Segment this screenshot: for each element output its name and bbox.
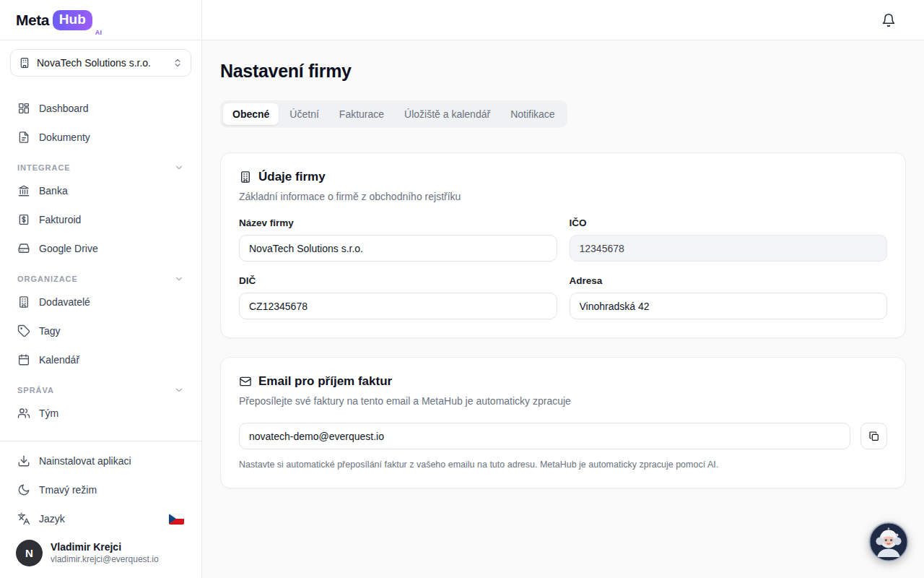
sidebar-item-label: Dashboard (39, 100, 89, 116)
bell-icon (881, 13, 896, 27)
ico-input (570, 235, 888, 262)
building-icon (19, 57, 30, 69)
calendar-icon (17, 353, 30, 366)
user-info: Vladimir Krejci vladimir.krejci@everques… (51, 541, 159, 565)
field-address: Adresa (570, 275, 888, 319)
dic-label: DIČ (239, 275, 557, 286)
moon-icon (17, 483, 30, 496)
sidebar-item-label: Tmavý režim (39, 482, 97, 498)
sidebar-item-label: Nainstalovat aplikaci (39, 453, 131, 469)
app-window: Meta Hub AI NovaTech Solutions s.r.o. Da… (0, 0, 924, 578)
user-name: Vladimir Krejci (51, 541, 159, 553)
company-selector-value: NovaTech Solutions s.r.o. (37, 57, 151, 69)
sidebar-item-label: Dodavatelé (39, 294, 90, 310)
tab-notifikace[interactable]: Notifikace (501, 103, 564, 125)
invoice-email-input[interactable] (239, 423, 850, 449)
sidebar-item-dashboard[interactable]: Dashboard (10, 94, 191, 123)
czech-flag-icon (169, 514, 184, 525)
sidebar-item-label: Kalendář (39, 352, 79, 368)
team-icon (17, 407, 30, 420)
company-form: Název firmy IČO DIČ Adresa (239, 217, 887, 319)
tab-uloziste-a-kalendar[interactable]: Úložiště a kalendář (395, 103, 500, 125)
sidebar-item-dark-mode[interactable]: Tmavý režim (10, 475, 191, 504)
sidebar-item-google-drive[interactable]: Google Drive (10, 234, 191, 263)
settings-tabs: Obecné Účetní Fakturace Úložiště a kalen… (220, 100, 567, 128)
field-dic: DIČ (239, 275, 557, 319)
tab-ucetni[interactable]: Účetní (280, 103, 328, 125)
sidebar-nav: Dashboard Dokumenty INTEGRACE Banka Fakt… (0, 81, 201, 441)
brand-suffix-ai: AI (95, 29, 103, 36)
address-input[interactable] (570, 293, 888, 319)
user-avatar-initial: N (25, 547, 33, 559)
sidebar-item-dodavatele[interactable]: Dodavatelé (10, 288, 191, 316)
sidebar-section-integrace[interactable]: INTEGRACE (10, 152, 191, 176)
company-name-input[interactable] (239, 235, 557, 262)
building-icon (239, 171, 252, 184)
tag-icon (17, 324, 30, 337)
sidebar-item-label: Fakturoid (39, 212, 81, 228)
chevron-down-icon (174, 385, 184, 395)
suppliers-building-icon (17, 296, 30, 309)
chevrons-up-down-icon (173, 58, 183, 68)
user-profile[interactable]: N Vladimir Krejci vladimir.krejci@everqu… (10, 533, 191, 578)
sidebar-item-label: Jazyk (39, 511, 65, 527)
invoice-icon (17, 213, 30, 226)
dashboard-grid-icon (17, 102, 30, 115)
company-data-card: Údaje firmy Základní informace o firmě z… (220, 152, 906, 338)
invoice-email-card: Email pro příjem faktur Přeposílejte své… (220, 357, 906, 488)
mail-icon (239, 375, 252, 388)
download-icon (17, 454, 30, 467)
field-ico: IČO (570, 217, 888, 262)
email-helper-text: Nastavte si automatické přeposílání fakt… (239, 460, 887, 470)
chevron-down-icon (174, 163, 184, 173)
company-card-subtitle: Základní informace o firmě z obchodního … (239, 191, 887, 202)
sidebar-section-organizace[interactable]: ORGANIZACE (10, 263, 191, 288)
user-email: vladimir.krejci@everquest.io (51, 553, 159, 565)
sidebar-item-label: Banka (39, 183, 68, 199)
email-card-subtitle: Přeposílejte své faktury na tento email … (239, 395, 887, 407)
bank-icon (17, 184, 30, 197)
tab-obecne[interactable]: Obecné (223, 103, 279, 125)
sidebar-item-fakturoid[interactable]: Fakturoid (10, 205, 191, 234)
assistant-widget-button[interactable] (868, 521, 910, 563)
address-label: Adresa (570, 275, 888, 286)
sidebar-section-title: ORGANIZACE (17, 275, 78, 283)
sidebar-item-kalendar[interactable]: Kalendář (10, 345, 191, 374)
sidebar-section-sprava[interactable]: SPRÁVA (10, 374, 191, 399)
copy-icon (868, 431, 880, 442)
sidebar-item-label: Google Drive (39, 241, 98, 256)
sidebar-section-title: SPRÁVA (17, 386, 54, 394)
document-icon (17, 131, 30, 144)
brand-name-meta: Meta (16, 12, 49, 29)
assistant-avatar (868, 521, 910, 563)
topbar (202, 0, 924, 40)
sidebar-item-language[interactable]: Jazyk (10, 504, 191, 533)
tab-fakturace[interactable]: Fakturace (330, 103, 393, 125)
page-content: Nastavení firmy Obecné Účetní Fakturace … (202, 40, 924, 488)
notifications-button[interactable] (879, 10, 899, 30)
email-card-title: Email pro příjem faktur (258, 374, 392, 389)
company-selector[interactable]: NovaTech Solutions s.r.o. (10, 49, 191, 77)
main-area: Nastavení firmy Obecné Účetní Fakturace … (202, 0, 924, 578)
company-card-title: Údaje firmy (258, 170, 326, 184)
translate-icon (17, 512, 30, 525)
company-card-header: Údaje firmy (239, 170, 887, 184)
sidebar-item-tym[interactable]: Tým (10, 399, 191, 428)
drive-icon (17, 242, 30, 255)
page-title: Nastavení firmy (220, 61, 906, 82)
sidebar-item-dokumenty[interactable]: Dokumenty (10, 123, 191, 152)
copy-email-button[interactable] (860, 423, 887, 449)
sidebar-item-install-app[interactable]: Nainstalovat aplikaci (10, 447, 191, 475)
dic-input[interactable] (239, 293, 557, 319)
ico-label: IČO (570, 217, 888, 228)
sidebar-item-tagy[interactable]: Tagy (10, 316, 191, 345)
brand-name-hub: Hub (53, 10, 92, 30)
sidebar-item-banka[interactable]: Banka (10, 176, 191, 205)
sidebar-item-label: Tagy (39, 323, 61, 339)
email-row (239, 423, 887, 449)
user-avatar: N (16, 540, 43, 566)
sidebar-utility-group: Nainstalovat aplikaci Tmavý režim Jazyk (0, 441, 201, 533)
field-company-name: Název firmy (239, 217, 557, 262)
email-card-header: Email pro příjem faktur (239, 374, 887, 389)
company-name-label: Název firmy (239, 217, 557, 228)
